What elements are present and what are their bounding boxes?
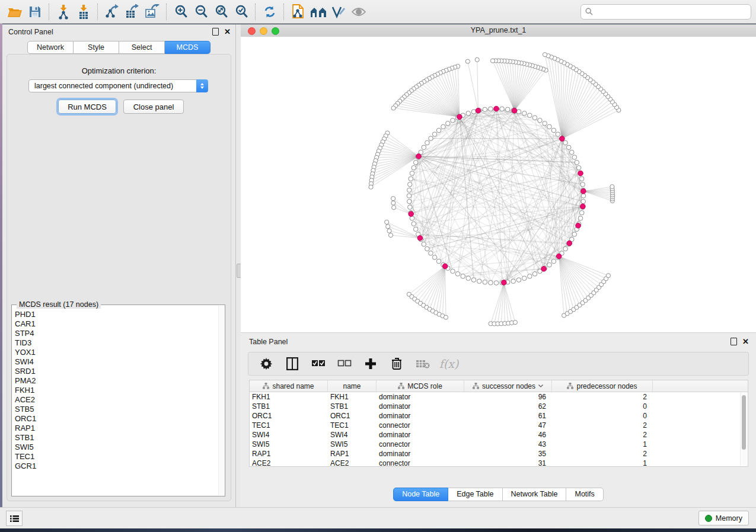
mcds-result-scrollbar[interactable] bbox=[218, 306, 224, 495]
mcds-result-item[interactable]: SWI5 bbox=[15, 443, 218, 452]
cell-shared_name: SWI4 bbox=[250, 431, 328, 439]
mcds-result-item[interactable]: STP4 bbox=[15, 329, 218, 338]
network-canvas[interactable] bbox=[241, 37, 756, 332]
export-table-button[interactable] bbox=[122, 2, 142, 21]
mcds-result-item[interactable]: FKH1 bbox=[15, 386, 218, 395]
zoom-out-button[interactable] bbox=[191, 2, 211, 21]
import-network-button[interactable] bbox=[53, 2, 74, 21]
network-window-titlebar[interactable]: YPA_prune.txt_1 bbox=[241, 24, 756, 37]
table-row[interactable]: STB1STB1dominator620 bbox=[250, 402, 748, 411]
control-panel-tabbar: NetworkStyleSelectMCDS bbox=[2, 41, 235, 54]
mcds-result-item[interactable]: PMA2 bbox=[15, 376, 218, 386]
search-box[interactable] bbox=[580, 4, 751, 20]
first-neighbors-button[interactable] bbox=[308, 2, 328, 21]
zoom-fit-button[interactable] bbox=[211, 2, 231, 21]
table-scrollbar-thumb[interactable] bbox=[742, 395, 746, 450]
close-panel-icon[interactable]: ✕ bbox=[224, 28, 231, 35]
delete-button[interactable] bbox=[390, 357, 404, 371]
mcds-result-item[interactable]: ACE2 bbox=[15, 395, 218, 405]
add-button[interactable] bbox=[363, 357, 378, 371]
mcds-result-item[interactable]: PHD1 bbox=[15, 310, 218, 319]
zoom-selected-button[interactable] bbox=[231, 2, 251, 21]
cell-name: RAP1 bbox=[328, 450, 377, 458]
shared-column-icon bbox=[263, 383, 269, 389]
shared-column-icon bbox=[398, 383, 404, 389]
column-header-MCDS-role[interactable]: MCDS role bbox=[377, 380, 464, 392]
control-panel-title: Control Panel bbox=[8, 28, 53, 36]
close-panel-button[interactable]: Close panel bbox=[123, 100, 184, 114]
cell-shared_name: FKH1 bbox=[250, 393, 328, 401]
mcds-result-item[interactable]: TEC1 bbox=[15, 452, 218, 462]
tab-select[interactable]: Select bbox=[119, 41, 165, 54]
show-all-button[interactable] bbox=[349, 2, 369, 21]
mcds-result-item[interactable]: TID3 bbox=[15, 338, 218, 348]
mcds-result-item[interactable]: CAR1 bbox=[15, 319, 218, 329]
save-button[interactable] bbox=[25, 2, 45, 21]
toolbar-separator bbox=[49, 4, 50, 20]
mcds-result-item[interactable]: SWI4 bbox=[15, 357, 218, 367]
mcds-tab-content: Optimization criterion: largest connecte… bbox=[7, 54, 231, 501]
task-history-button[interactable] bbox=[6, 511, 23, 526]
open-folder-button[interactable] bbox=[5, 2, 25, 21]
table-row[interactable]: TEC1TEC1connector472 bbox=[250, 421, 748, 430]
table-row[interactable]: SWI5SWI5connector431 bbox=[250, 440, 748, 449]
mcds-result-item[interactable]: ORC1 bbox=[15, 414, 218, 424]
export-network-button[interactable] bbox=[102, 2, 122, 21]
hide-selected-button[interactable] bbox=[328, 2, 349, 21]
cell-predecessor_nodes: 2 bbox=[552, 393, 653, 401]
mcds-result-item[interactable]: YOX1 bbox=[15, 348, 218, 357]
memory-button[interactable]: Memory bbox=[698, 511, 749, 525]
add-icon bbox=[365, 358, 377, 370]
mcds-result-list[interactable]: PHD1CAR1STP4TID3YOX1SWI4SRD1PMA2FKH1ACE2… bbox=[15, 310, 218, 495]
network-window-title: YPA_prune.txt_1 bbox=[241, 26, 756, 34]
tab-network[interactable]: Network bbox=[27, 41, 74, 54]
zoom-in-button[interactable] bbox=[171, 2, 191, 21]
mcds-result-item[interactable]: RAP1 bbox=[15, 424, 218, 433]
gear-button[interactable] bbox=[259, 357, 273, 371]
control-panel: Control Panel ✕ NetworkStyleSelectMCDS O… bbox=[2, 24, 236, 508]
import-table-button[interactable] bbox=[74, 2, 94, 21]
float-panel-icon[interactable] bbox=[212, 28, 219, 36]
tab-mcds[interactable]: MCDS bbox=[165, 41, 210, 54]
optimization-criterion-select[interactable]: largest connected component (undirected) bbox=[28, 79, 205, 92]
table-close-icon[interactable]: ✕ bbox=[742, 338, 749, 345]
table-row[interactable]: RAP1RAP1dominator352 bbox=[250, 449, 748, 459]
new-network-button[interactable] bbox=[288, 2, 308, 21]
run-mcds-button[interactable]: Run MCDS bbox=[58, 100, 116, 114]
cell-successor_nodes: 31 bbox=[464, 459, 552, 467]
mcds-result-item[interactable]: STB1 bbox=[15, 433, 218, 443]
mcds-result-item[interactable]: STB5 bbox=[15, 405, 218, 414]
table-row[interactable]: SWI4SWI4dominator462 bbox=[250, 430, 748, 440]
cell-predecessor_nodes: 2 bbox=[552, 431, 653, 439]
zoom-in-icon bbox=[174, 5, 188, 18]
node-table-header[interactable]: shared namenameMCDS rolesuccessor nodesp… bbox=[250, 380, 748, 392]
table-row[interactable]: FKH1FKH1dominator962 bbox=[250, 392, 748, 402]
deselect-button[interactable] bbox=[337, 357, 352, 371]
select-stepper-icon[interactable] bbox=[196, 79, 208, 92]
cell-name: ORC1 bbox=[328, 412, 377, 420]
network-graph[interactable] bbox=[241, 37, 756, 332]
refresh-button[interactable] bbox=[260, 2, 280, 21]
search-icon bbox=[585, 8, 593, 15]
column-header-name[interactable]: name bbox=[328, 380, 377, 392]
mcds-result-item[interactable]: SRD1 bbox=[15, 367, 218, 376]
tab-motifs[interactable]: Motifs bbox=[566, 488, 603, 501]
export-image-button[interactable] bbox=[142, 2, 162, 21]
tab-edge-table[interactable]: Edge Table bbox=[448, 488, 502, 501]
table-row[interactable]: ACE2ACE2connector311 bbox=[250, 459, 748, 467]
column-header-successor-nodes[interactable]: successor nodes bbox=[464, 380, 552, 392]
column-header-predecessor-nodes[interactable]: predecessor nodes bbox=[552, 380, 653, 392]
mcds-result-item[interactable]: GCR1 bbox=[15, 462, 218, 471]
table-row[interactable]: ORC1ORC1dominator610 bbox=[250, 411, 748, 421]
tab-node-table[interactable]: Node Table bbox=[393, 488, 448, 501]
column-label: predecessor nodes bbox=[576, 382, 637, 390]
split-columns-button[interactable] bbox=[285, 357, 299, 371]
tab-style[interactable]: Style bbox=[74, 41, 119, 54]
table-float-icon[interactable] bbox=[731, 338, 737, 345]
column-header-shared-name[interactable]: shared name bbox=[250, 380, 328, 392]
tab-network-table[interactable]: Network Table bbox=[503, 488, 567, 501]
table-scrollbar[interactable] bbox=[740, 393, 747, 466]
search-input[interactable] bbox=[596, 7, 747, 17]
select-all-button[interactable] bbox=[311, 357, 326, 371]
show-all-icon bbox=[351, 6, 366, 18]
